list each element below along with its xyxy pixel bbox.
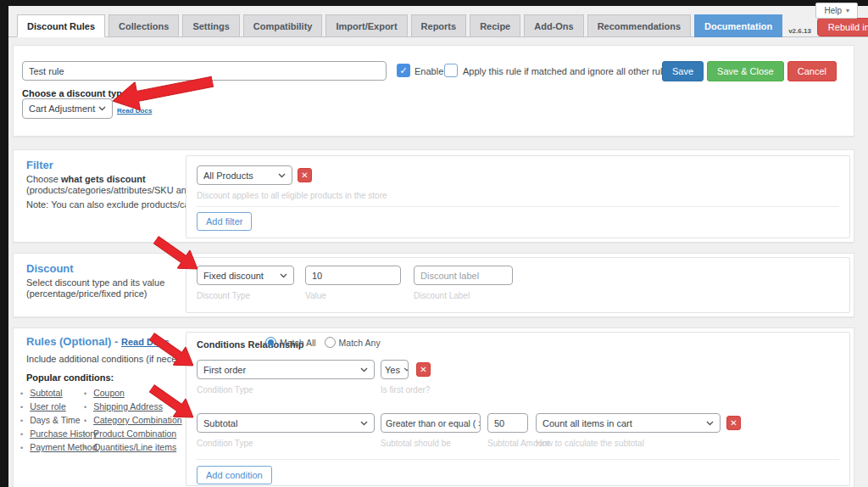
link-subtotal[interactable]: Subtotal	[30, 388, 63, 398]
remove-condition1-button[interactable]: ✕	[416, 362, 431, 377]
match-any-label: Match Any	[339, 338, 381, 348]
filter-divider	[197, 206, 839, 207]
condition2-type-hint: Condition Type	[197, 439, 253, 448]
condition2-operator-select[interactable]: Greater than or equal ( >= )	[381, 413, 481, 433]
discount-label-hint: Discount Label	[414, 291, 470, 300]
link-quantities-line-items[interactable]: Quantities/Line items	[93, 442, 176, 452]
chevron-down-icon	[280, 273, 287, 278]
rebuild-index-button[interactable]: Rebuild index	[817, 18, 868, 36]
chevron-down-icon	[278, 173, 286, 178]
bullet-icon: •	[20, 430, 23, 439]
chevron-down-icon	[706, 421, 714, 426]
discount-value-hint: Value	[305, 291, 326, 300]
discount-type-value2: Fixed discount	[203, 271, 264, 281]
discount-type-value: Cart Adjustment	[29, 104, 95, 114]
bullet-icon: •	[84, 444, 86, 452]
bullet-icon: •	[20, 403, 23, 411]
discount-value-input[interactable]	[305, 266, 401, 285]
tab-bar: Discount Rules Collections Settings Comp…	[17, 14, 868, 37]
popular-conditions-label: Popular conditions:	[26, 372, 114, 383]
cancel-button[interactable]: Cancel	[787, 61, 837, 81]
condition2-operator-hint: Subtotal should be	[381, 439, 451, 448]
left-border	[0, 0, 8, 487]
discount-box: Fixed discount Discount Type Value Disco…	[186, 257, 850, 313]
link-days-time[interactable]: Days & Time	[30, 415, 81, 425]
condition2-type-value: Subtotal	[203, 418, 237, 428]
check-icon: ✓	[399, 65, 407, 76]
version-label: v2.6.13	[788, 27, 811, 35]
tab-documentation[interactable]: Documentation	[694, 14, 782, 37]
chevron-down-icon	[360, 367, 368, 372]
filter-title: Filter	[26, 159, 53, 171]
bullet-icon: •	[20, 417, 23, 425]
help-label: Help	[824, 6, 842, 15]
remove-filter-button[interactable]: ✕	[298, 168, 312, 182]
link-category-combination[interactable]: Category Combination	[93, 415, 181, 425]
condition1-yes-value: Yes	[385, 365, 400, 375]
condition2-calc-value: Count all items in cart	[542, 418, 632, 428]
chevron-down-icon: ▾	[846, 7, 849, 14]
tab-collections[interactable]: Collections	[108, 14, 179, 37]
condition2-amount-input[interactable]	[487, 413, 528, 433]
tab-recipe[interactable]: Recipe	[470, 14, 520, 37]
link-coupon[interactable]: Coupon	[93, 388, 125, 398]
discount-description: Select discount type and its value (perc…	[26, 277, 164, 299]
bullet-icon: •	[84, 403, 86, 411]
condition2-operator-value: Greater than or equal ( >= )	[386, 418, 481, 428]
match-all-radio[interactable]	[265, 337, 276, 348]
link-shipping-address[interactable]: Shipping Address	[93, 401, 163, 411]
rules-panel: Rules (Optional) - Read Docs Include add…	[13, 327, 854, 487]
condition1-type-value: First order	[203, 365, 246, 375]
tab-discount-rules[interactable]: Discount Rules	[17, 14, 105, 37]
condition2-type-select[interactable]: Subtotal	[197, 413, 375, 433]
remove-condition2-button[interactable]: ✕	[726, 416, 741, 430]
bullet-icon: •	[84, 389, 86, 398]
filter-box: All Products ✕ Discount applies to all e…	[186, 155, 850, 238]
save-close-button[interactable]: Save & Close	[707, 61, 784, 81]
enable-checkbox[interactable]: ✓	[397, 64, 410, 77]
discount-type-select2[interactable]: Fixed discount	[197, 266, 294, 285]
bullet-icon: •	[84, 430, 86, 439]
add-filter-button[interactable]: Add filter	[197, 212, 252, 231]
filter-panel: Filter Choose what gets discount (produc…	[13, 149, 854, 243]
condition1-type-hint: Condition Type	[197, 385, 253, 395]
discount-type-select[interactable]: Cart Adjustment	[22, 98, 113, 119]
top-border	[0, 0, 868, 6]
discount-type-hint: Discount Type	[197, 291, 250, 300]
condition1-yes-select[interactable]: Yes	[381, 360, 409, 379]
rules-divider	[197, 459, 839, 460]
action-buttons: Save Save & Close Cancel	[662, 61, 837, 81]
match-any-radio[interactable]	[325, 337, 336, 348]
save-button[interactable]: Save	[662, 61, 704, 81]
close-icon: ✕	[420, 366, 426, 374]
link-user-role[interactable]: User role	[30, 401, 66, 411]
bullet-icon: •	[84, 417, 86, 425]
match-all-label: Match All	[280, 338, 316, 348]
tab-settings[interactable]: Settings	[182, 14, 239, 37]
add-condition-button[interactable]: Add condition	[197, 466, 272, 484]
tab-reports[interactable]: Reports	[411, 14, 467, 37]
tab-recommendations[interactable]: Recommendations	[587, 14, 691, 37]
tab-compatibility[interactable]: Compatibility	[243, 14, 323, 37]
condition1-yes-hint: Is first order?	[381, 385, 430, 395]
filter-select[interactable]: All Products	[197, 165, 292, 185]
condition2-calc-hint: How to calculate the subtotal	[536, 439, 644, 448]
close-icon: ✕	[730, 419, 737, 428]
chevron-down-icon	[360, 421, 368, 426]
tab-add-ons[interactable]: Add-Ons	[524, 14, 583, 37]
discount-panel: Discount Select discount type and its va…	[13, 253, 854, 317]
condition1-type-select[interactable]: First order	[197, 360, 375, 379]
apply-rule-checkbox[interactable]	[444, 64, 458, 77]
help-button[interactable]: Help ▾	[815, 3, 858, 19]
rules-box: Conditions Relationship Match All Match …	[186, 332, 850, 486]
close-icon: ✕	[301, 171, 308, 180]
tab-import-export[interactable]: Import/Export	[326, 14, 407, 37]
discount-title: Discount	[26, 262, 74, 275]
link-product-combination[interactable]: Product Combination	[93, 428, 176, 439]
filter-select-value: All Products	[203, 171, 253, 181]
bullet-icon: •	[20, 389, 23, 398]
discount-label-input[interactable]	[414, 266, 513, 285]
condition2-calc-select[interactable]: Count all items in cart	[536, 413, 721, 433]
chevron-down-icon	[98, 106, 106, 111]
bullet-icon: •	[20, 444, 23, 452]
